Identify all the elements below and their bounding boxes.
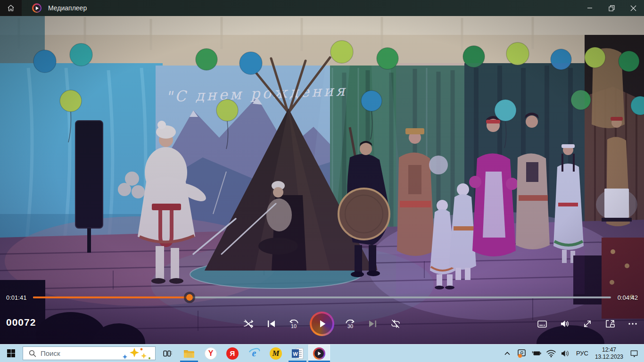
forward-30-icon: 30 xyxy=(344,318,356,330)
window-title: Медиаплеер xyxy=(48,4,87,12)
yandex-icon: Я xyxy=(226,347,239,360)
seek-row: 0:01:41 0:04:42 xyxy=(0,289,644,305)
yellow-m-app-icon: М xyxy=(270,347,282,360)
restore-icon xyxy=(609,5,615,11)
shuffle-off-icon xyxy=(243,318,254,329)
taskbar-app-internet-explorer[interactable]: e xyxy=(243,345,265,362)
task-view-icon xyxy=(162,348,173,359)
network-button[interactable] xyxy=(546,347,556,360)
wifi-icon xyxy=(546,349,556,358)
media-player-taskbar-icon xyxy=(313,347,325,360)
tray-date: 13.12.2023 xyxy=(595,354,623,361)
current-time: 0:01:41 xyxy=(6,294,28,301)
rewind-10-button[interactable]: 10 xyxy=(287,317,300,330)
taskbar-app-file-explorer[interactable] xyxy=(178,345,200,362)
fullscreen-button[interactable] xyxy=(581,317,594,330)
taskbar-app-yandex-browser[interactable]: Y xyxy=(200,345,222,362)
shuffle-button[interactable] xyxy=(242,317,255,330)
seek-bar[interactable] xyxy=(33,296,611,298)
taskbar-app-word[interactable]: W xyxy=(287,345,308,362)
video-area: "С днем рождения xyxy=(0,16,644,344)
update-status-icon xyxy=(517,348,527,359)
clock[interactable]: 12:47 13.12.2023 xyxy=(594,346,625,361)
taskbar-app-yellow-m[interactable]: М xyxy=(265,345,287,362)
forward-30-button[interactable]: 30 xyxy=(344,317,357,330)
mini-player-icon xyxy=(604,318,616,329)
previous-button[interactable] xyxy=(264,317,278,330)
center-controls: 10 30 xyxy=(242,312,402,336)
seek-thumb[interactable] xyxy=(186,294,193,301)
yandex-browser-icon: Y xyxy=(205,347,217,360)
tray-time: 12:47 xyxy=(595,346,623,354)
system-tray: РУС 12:47 13.12.2023 xyxy=(502,345,644,362)
search-highlights-sparkles-icon xyxy=(121,347,151,360)
play-button[interactable] xyxy=(310,312,334,336)
minimize-icon xyxy=(587,5,593,11)
file-explorer-icon xyxy=(183,347,195,360)
chevron-up-icon xyxy=(504,350,511,357)
taskbar-search[interactable] xyxy=(23,346,156,360)
volume-icon xyxy=(559,318,570,329)
home-icon xyxy=(7,4,15,12)
seek-progress xyxy=(33,296,189,298)
close-icon xyxy=(630,5,636,11)
subtitles-icon xyxy=(537,318,548,329)
language-indicator[interactable]: РУС xyxy=(575,350,589,357)
volume-button[interactable] xyxy=(558,317,571,330)
restore-button[interactable] xyxy=(601,0,622,16)
task-view-button[interactable] xyxy=(157,345,178,362)
fullscreen-icon xyxy=(582,318,593,329)
volume-tray-button[interactable] xyxy=(561,347,571,360)
controls-row: 10 30 xyxy=(0,310,644,337)
mini-player-button[interactable] xyxy=(603,317,617,330)
repeat-button[interactable] xyxy=(389,317,402,330)
update-status-button[interactable] xyxy=(517,347,527,360)
subtitles-button[interactable] xyxy=(536,317,549,330)
next-icon xyxy=(367,318,379,329)
more-options-button[interactable] xyxy=(626,317,639,330)
minimize-button[interactable] xyxy=(579,0,601,16)
taskbar-app-media-player[interactable] xyxy=(308,345,330,362)
close-button[interactable] xyxy=(622,0,644,16)
window-controls xyxy=(579,0,644,16)
internet-explorer-icon: e xyxy=(248,347,260,360)
speaker-icon xyxy=(561,349,571,358)
total-time: 0:04:42 xyxy=(616,294,638,301)
player-controls-overlay: 0:01:41 0:04:42 xyxy=(0,289,644,344)
next-button[interactable] xyxy=(366,317,380,330)
rewind-10-icon: 10 xyxy=(288,318,300,330)
battery-button[interactable] xyxy=(531,347,542,360)
repeat-off-icon xyxy=(390,318,401,329)
search-input[interactable] xyxy=(41,349,117,357)
word-icon: W xyxy=(291,347,304,360)
start-button[interactable] xyxy=(0,345,22,362)
svg-text:W: W xyxy=(293,351,298,356)
taskbar: Y Я e М W xyxy=(0,344,644,362)
more-options-icon xyxy=(627,318,638,329)
hidden-icons-button[interactable] xyxy=(502,347,512,360)
previous-icon xyxy=(265,318,277,329)
notification-icon xyxy=(629,349,639,358)
media-player-logo-icon xyxy=(32,3,41,13)
svg-text:10: 10 xyxy=(291,323,297,329)
taskbar-app-yandex[interactable]: Я xyxy=(222,345,243,362)
search-icon xyxy=(29,350,36,357)
action-center-button[interactable] xyxy=(629,347,639,360)
home-button[interactable] xyxy=(0,0,22,16)
taskbar-spacer xyxy=(330,345,502,362)
svg-text:30: 30 xyxy=(347,323,353,329)
media-player-window: Медиаплеер xyxy=(0,0,644,362)
play-icon xyxy=(312,313,332,334)
right-controls xyxy=(536,317,639,330)
titlebar: Медиаплеер xyxy=(0,0,644,16)
windows-logo-icon xyxy=(7,349,15,357)
battery-charging-icon xyxy=(531,349,542,358)
